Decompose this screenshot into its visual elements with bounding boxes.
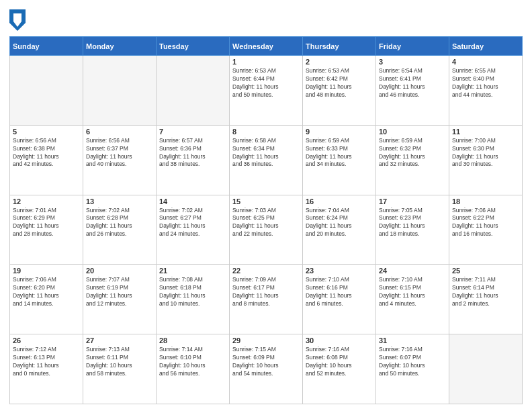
day-info: Sunrise: 7:01 AM Sunset: 6:29 PM Dayligh… — [13, 207, 80, 239]
day-number: 24 — [379, 267, 446, 275]
weekday-header-saturday: Saturday — [449, 37, 523, 56]
day-number: 1 — [232, 58, 300, 66]
day-info: Sunrise: 6:56 AM Sunset: 6:37 PM Dayligh… — [86, 137, 153, 169]
day-info: Sunrise: 6:59 AM Sunset: 6:33 PM Dayligh… — [306, 137, 373, 169]
calendar-cell: 3Sunrise: 6:54 AM Sunset: 6:41 PM Daylig… — [376, 56, 449, 126]
calendar-cell: 14Sunrise: 7:02 AM Sunset: 6:27 PM Dayli… — [157, 195, 230, 265]
day-info: Sunrise: 7:09 AM Sunset: 6:17 PM Dayligh… — [232, 276, 300, 308]
calendar-cell: 17Sunrise: 7:05 AM Sunset: 6:23 PM Dayli… — [376, 195, 449, 265]
calendar-cell — [10, 56, 83, 126]
weekday-header-tuesday: Tuesday — [157, 37, 230, 56]
day-info: Sunrise: 7:07 AM Sunset: 6:19 PM Dayligh… — [86, 276, 153, 308]
page: SundayMondayTuesdayWednesdayThursdayFrid… — [0, 0, 532, 411]
calendar-cell: 28Sunrise: 7:14 AM Sunset: 6:10 PM Dayli… — [157, 334, 230, 404]
calendar-cell: 22Sunrise: 7:09 AM Sunset: 6:17 PM Dayli… — [230, 265, 303, 334]
calendar-cell: 6Sunrise: 6:56 AM Sunset: 6:37 PM Daylig… — [83, 125, 157, 195]
calendar-cell: 18Sunrise: 7:06 AM Sunset: 6:22 PM Dayli… — [449, 195, 523, 265]
calendar-cell: 7Sunrise: 6:57 AM Sunset: 6:36 PM Daylig… — [157, 125, 230, 195]
day-number: 11 — [452, 128, 519, 136]
day-info: Sunrise: 7:06 AM Sunset: 6:20 PM Dayligh… — [13, 276, 80, 308]
day-info: Sunrise: 7:16 AM Sunset: 6:07 PM Dayligh… — [379, 346, 446, 378]
day-number: 23 — [306, 267, 373, 275]
day-info: Sunrise: 6:55 AM Sunset: 6:40 PM Dayligh… — [452, 67, 519, 99]
day-info: Sunrise: 6:54 AM Sunset: 6:41 PM Dayligh… — [379, 67, 446, 99]
day-number: 8 — [232, 128, 300, 136]
day-info: Sunrise: 6:57 AM Sunset: 6:36 PM Dayligh… — [159, 137, 226, 169]
day-number: 16 — [306, 197, 373, 205]
day-number: 29 — [232, 336, 300, 345]
day-info: Sunrise: 7:02 AM Sunset: 6:27 PM Dayligh… — [159, 207, 226, 239]
calendar-cell: 25Sunrise: 7:11 AM Sunset: 6:14 PM Dayli… — [449, 265, 523, 334]
day-number: 26 — [13, 336, 80, 345]
calendar-week-3: 12Sunrise: 7:01 AM Sunset: 6:29 PM Dayli… — [10, 195, 523, 265]
calendar-cell: 8Sunrise: 6:58 AM Sunset: 6:34 PM Daylig… — [230, 125, 303, 195]
calendar-cell: 1Sunrise: 6:53 AM Sunset: 6:44 PM Daylig… — [230, 56, 303, 126]
day-info: Sunrise: 7:10 AM Sunset: 6:16 PM Dayligh… — [306, 276, 373, 308]
day-number: 3 — [379, 58, 446, 66]
calendar-cell: 9Sunrise: 6:59 AM Sunset: 6:33 PM Daylig… — [303, 125, 376, 195]
day-info: Sunrise: 7:03 AM Sunset: 6:25 PM Dayligh… — [232, 207, 300, 239]
weekday-header-friday: Friday — [376, 37, 449, 56]
header — [9, 7, 523, 31]
day-number: 7 — [159, 128, 226, 136]
calendar-table: SundayMondayTuesdayWednesdayThursdayFrid… — [9, 36, 523, 404]
calendar-cell — [449, 334, 523, 404]
calendar-cell: 15Sunrise: 7:03 AM Sunset: 6:25 PM Dayli… — [230, 195, 303, 265]
day-number: 25 — [452, 267, 519, 275]
day-number: 21 — [159, 267, 226, 275]
calendar-cell: 21Sunrise: 7:08 AM Sunset: 6:18 PM Dayli… — [157, 265, 230, 334]
day-info: Sunrise: 7:15 AM Sunset: 6:09 PM Dayligh… — [232, 346, 300, 378]
day-info: Sunrise: 7:02 AM Sunset: 6:28 PM Dayligh… — [86, 207, 153, 239]
day-info: Sunrise: 6:59 AM Sunset: 6:32 PM Dayligh… — [379, 137, 446, 169]
calendar-cell: 29Sunrise: 7:15 AM Sunset: 6:09 PM Dayli… — [230, 334, 303, 404]
day-number: 12 — [13, 197, 80, 205]
day-number: 10 — [379, 128, 446, 136]
calendar-cell: 26Sunrise: 7:12 AM Sunset: 6:13 PM Dayli… — [10, 334, 83, 404]
calendar-cell: 4Sunrise: 6:55 AM Sunset: 6:40 PM Daylig… — [449, 56, 523, 126]
day-info: Sunrise: 7:05 AM Sunset: 6:23 PM Dayligh… — [379, 207, 446, 239]
day-number: 14 — [159, 197, 226, 205]
calendar-cell: 2Sunrise: 6:53 AM Sunset: 6:42 PM Daylig… — [303, 56, 376, 126]
day-number: 13 — [86, 197, 153, 205]
calendar-week-1: 1Sunrise: 6:53 AM Sunset: 6:44 PM Daylig… — [10, 56, 523, 126]
day-info: Sunrise: 7:16 AM Sunset: 6:08 PM Dayligh… — [306, 346, 373, 378]
day-info: Sunrise: 7:08 AM Sunset: 6:18 PM Dayligh… — [159, 276, 226, 308]
day-number: 28 — [159, 336, 226, 345]
calendar-week-2: 5Sunrise: 6:56 AM Sunset: 6:38 PM Daylig… — [10, 125, 523, 195]
calendar-week-5: 26Sunrise: 7:12 AM Sunset: 6:13 PM Dayli… — [10, 334, 523, 404]
day-info: Sunrise: 7:13 AM Sunset: 6:11 PM Dayligh… — [86, 346, 153, 378]
day-number: 18 — [452, 197, 519, 205]
day-number: 4 — [452, 58, 519, 66]
day-info: Sunrise: 6:53 AM Sunset: 6:42 PM Dayligh… — [306, 67, 373, 99]
calendar-cell: 10Sunrise: 6:59 AM Sunset: 6:32 PM Dayli… — [376, 125, 449, 195]
day-info: Sunrise: 7:04 AM Sunset: 6:24 PM Dayligh… — [306, 207, 373, 239]
day-number: 27 — [86, 336, 153, 345]
weekday-header-row: SundayMondayTuesdayWednesdayThursdayFrid… — [10, 37, 523, 56]
weekday-header-wednesday: Wednesday — [230, 37, 303, 56]
weekday-header-monday: Monday — [83, 37, 157, 56]
day-info: Sunrise: 7:11 AM Sunset: 6:14 PM Dayligh… — [452, 276, 519, 308]
day-number: 20 — [86, 267, 153, 275]
calendar-cell: 19Sunrise: 7:06 AM Sunset: 6:20 PM Dayli… — [10, 265, 83, 334]
day-info: Sunrise: 6:56 AM Sunset: 6:38 PM Dayligh… — [13, 137, 80, 169]
calendar-cell — [157, 56, 230, 126]
day-info: Sunrise: 7:14 AM Sunset: 6:10 PM Dayligh… — [159, 346, 226, 378]
calendar-cell — [83, 56, 157, 126]
calendar-cell: 5Sunrise: 6:56 AM Sunset: 6:38 PM Daylig… — [10, 125, 83, 195]
day-number: 31 — [379, 336, 446, 345]
calendar-cell: 20Sunrise: 7:07 AM Sunset: 6:19 PM Dayli… — [83, 265, 157, 334]
calendar-cell: 24Sunrise: 7:10 AM Sunset: 6:15 PM Dayli… — [376, 265, 449, 334]
day-info: Sunrise: 7:06 AM Sunset: 6:22 PM Dayligh… — [452, 207, 519, 239]
calendar-cell: 11Sunrise: 7:00 AM Sunset: 6:30 PM Dayli… — [449, 125, 523, 195]
logo-icon — [9, 9, 26, 31]
day-info: Sunrise: 7:00 AM Sunset: 6:30 PM Dayligh… — [452, 137, 519, 169]
calendar-cell: 23Sunrise: 7:10 AM Sunset: 6:16 PM Dayli… — [303, 265, 376, 334]
day-number: 2 — [306, 58, 373, 66]
day-number: 19 — [13, 267, 80, 275]
weekday-header-thursday: Thursday — [303, 37, 376, 56]
day-number: 15 — [232, 197, 300, 205]
day-number: 22 — [232, 267, 300, 275]
day-number: 5 — [13, 128, 80, 136]
calendar-cell: 12Sunrise: 7:01 AM Sunset: 6:29 PM Dayli… — [10, 195, 83, 265]
calendar-week-4: 19Sunrise: 7:06 AM Sunset: 6:20 PM Dayli… — [10, 265, 523, 334]
